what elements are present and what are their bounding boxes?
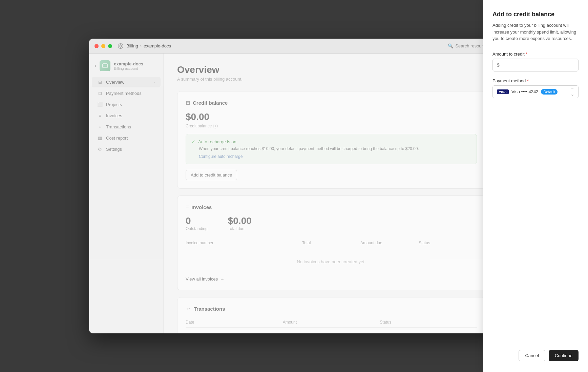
sidebar-cost-report-label: Cost report bbox=[106, 136, 128, 141]
chevron-right-icon: › bbox=[154, 80, 155, 84]
transactions-empty: No transactions have been created yet. bbox=[186, 328, 477, 333]
arrow-right-icon: → bbox=[220, 276, 224, 282]
invoices-title: Invoices bbox=[191, 204, 212, 210]
credit-balance-header: ⊟ Credit balance bbox=[186, 100, 477, 106]
total-due-label: Total due bbox=[228, 226, 252, 231]
balance-label: Credit balance i bbox=[186, 124, 477, 128]
col-amount-due: Amount due bbox=[360, 241, 419, 245]
invoices-card-icon: ≡ bbox=[186, 204, 189, 210]
overview-icon: ⊟ bbox=[97, 80, 103, 85]
cost-report-icon: ▦ bbox=[97, 136, 103, 141]
auto-recharge-alert: ✓ Auto recharge is on When your credit b… bbox=[186, 134, 477, 164]
content-area: Overview A summary of this billing accou… bbox=[164, 54, 499, 333]
invoices-empty: No invoices have been created yet. bbox=[186, 251, 477, 272]
close-button[interactable] bbox=[94, 44, 99, 48]
sidebar-projects-label: Projects bbox=[106, 102, 122, 107]
sidebar-overview-label: Overview bbox=[106, 80, 124, 85]
total-due-stat: $0.00 Total due bbox=[228, 215, 252, 231]
payment-method-select[interactable]: VISA Visa •••• 4242 Default ⌃⌄ bbox=[492, 85, 499, 98]
billing-breadcrumb[interactable]: Billing bbox=[126, 43, 138, 48]
account-subtitle: Billing account bbox=[114, 66, 158, 70]
maximize-button[interactable] bbox=[108, 44, 112, 48]
sidebar-item-cost-report[interactable]: ▦ Cost report bbox=[92, 133, 161, 143]
amount-label: Amount to credit * bbox=[492, 54, 499, 57]
col-invoice-number: Invoice number bbox=[186, 241, 302, 245]
sidebar-payment-label: Payment methods bbox=[106, 91, 142, 96]
invoices-icon: ≡ bbox=[97, 113, 103, 118]
transactions-card: ↔ Transactions Date Amount Status No tra… bbox=[177, 297, 485, 333]
transactions-title: Transactions bbox=[194, 306, 225, 312]
app-logo-icon bbox=[118, 43, 124, 49]
svg-point-1 bbox=[120, 45, 121, 47]
titlebar-content: Billing › example-docs 🔍 Search resource… bbox=[118, 43, 493, 49]
add-credit-balance-button[interactable]: Add to credit balance bbox=[186, 170, 237, 180]
amount-input-wrapper[interactable]: $ bbox=[492, 59, 499, 71]
account-avatar bbox=[100, 60, 110, 71]
titlebar: Billing › example-docs 🔍 Search resource… bbox=[89, 39, 499, 54]
page-subtitle: A summary of this billing account. bbox=[177, 77, 485, 82]
trans-col-amount: Amount bbox=[283, 320, 380, 325]
transactions-icon: ↔ bbox=[97, 124, 103, 129]
sidebar-item-overview[interactable]: ⊟ Overview › bbox=[92, 77, 161, 87]
sidebar-item-payment-methods[interactable]: ⊡ Payment methods bbox=[92, 88, 161, 99]
account-info: example-docs Billing account bbox=[114, 61, 158, 70]
info-icon: i bbox=[213, 124, 218, 128]
invoices-header: ≡ Invoices bbox=[186, 204, 477, 210]
alert-text: When your credit balance reaches $10.00,… bbox=[191, 146, 471, 151]
transactions-table-header: Date Amount Status bbox=[186, 317, 477, 328]
sidebar-invoices-label: Invoices bbox=[106, 113, 122, 118]
outstanding-label: Outstanding bbox=[186, 226, 208, 231]
sidebar-item-invoices[interactable]: ≡ Invoices bbox=[92, 110, 161, 121]
invoices-table-header: Invoice number Total Amount due Status bbox=[186, 238, 477, 248]
sidebar-item-projects[interactable]: ⬜ Projects bbox=[92, 99, 161, 110]
payment-method-display: VISA Visa •••• 4242 Default bbox=[497, 89, 499, 95]
outstanding-value: 0 bbox=[186, 215, 208, 226]
visa-logo: VISA bbox=[497, 89, 499, 94]
minimize-button[interactable] bbox=[101, 44, 105, 48]
main-layout: ‹ example-docs Billing account ⊟ Overvie… bbox=[89, 54, 499, 333]
view-all-invoices-link[interactable]: View all invoices → bbox=[186, 276, 224, 282]
breadcrumb: Billing › example-docs bbox=[126, 43, 171, 48]
credit-balance-card: ⊟ Credit balance $0.00 Credit balance i … bbox=[177, 91, 485, 189]
alert-header: ✓ Auto recharge is on bbox=[191, 139, 471, 144]
col-total: Total bbox=[302, 241, 360, 245]
trans-col-status: Status bbox=[380, 320, 477, 325]
alert-title: Auto recharge is on bbox=[198, 139, 236, 144]
configure-auto-recharge-link[interactable]: Configure auto recharge bbox=[191, 154, 243, 159]
invoices-stats: 0 Outstanding $0.00 Total due bbox=[186, 215, 477, 231]
sidebar-transactions-label: Transactions bbox=[106, 124, 131, 129]
payment-method-label: Payment method * bbox=[492, 78, 499, 83]
sidebar-settings-label: Settings bbox=[106, 147, 122, 152]
check-circle-icon: ✓ bbox=[191, 139, 195, 144]
sidebar-item-transactions[interactable]: ↔ Transactions bbox=[92, 122, 161, 132]
invoices-card: ≡ Invoices 0 Outstanding $0.00 Total due… bbox=[177, 195, 485, 290]
currency-symbol: $ bbox=[497, 62, 499, 68]
page-title: Overview bbox=[177, 64, 485, 75]
outstanding-stat: 0 Outstanding bbox=[186, 215, 208, 231]
col-status: Status bbox=[419, 241, 477, 245]
payment-methods-icon: ⊡ bbox=[97, 91, 103, 96]
trans-col-date: Date bbox=[186, 320, 283, 325]
projects-icon: ⬜ bbox=[97, 102, 103, 107]
total-due-value: $0.00 bbox=[228, 215, 252, 226]
sidebar: ‹ example-docs Billing account ⊟ Overvie… bbox=[89, 54, 164, 333]
balance-amount: $0.00 bbox=[186, 111, 477, 122]
transactions-card-icon: ↔ bbox=[186, 306, 191, 312]
svg-rect-4 bbox=[103, 64, 107, 68]
credit-balance-icon: ⊟ bbox=[186, 100, 190, 106]
traffic-lights bbox=[94, 44, 112, 48]
account-name: example-docs bbox=[114, 61, 158, 66]
credit-balance-title: Credit balance bbox=[193, 100, 228, 106]
sidebar-item-settings[interactable]: ⚙ Settings bbox=[92, 144, 161, 154]
back-button[interactable]: ‹ bbox=[94, 63, 96, 69]
settings-icon: ⚙ bbox=[97, 147, 103, 152]
breadcrumb-separator: › bbox=[140, 43, 142, 48]
account-header: ‹ example-docs Billing account bbox=[89, 58, 163, 74]
add-credit-panel: Add to credit balance Adding credit to y… bbox=[483, 54, 499, 333]
project-breadcrumb[interactable]: example-docs bbox=[144, 43, 171, 48]
transactions-header: ↔ Transactions bbox=[186, 306, 477, 312]
search-icon: 🔍 bbox=[448, 43, 453, 48]
